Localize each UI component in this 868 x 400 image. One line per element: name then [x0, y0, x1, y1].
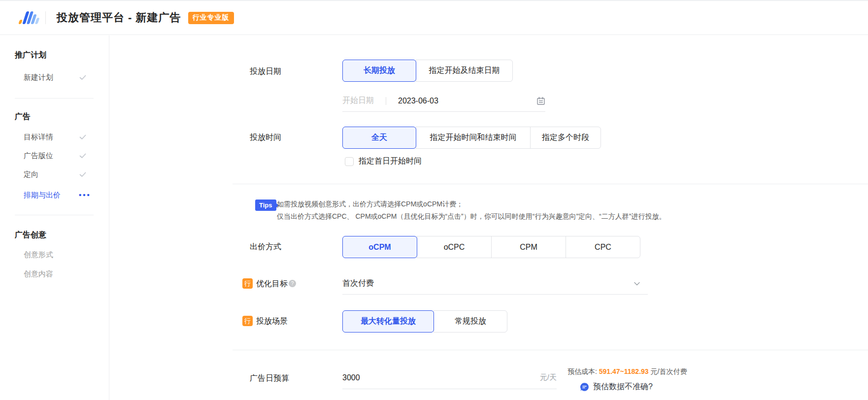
edition-badge: 行业专业版	[188, 12, 234, 24]
option-long-term[interactable]: 长期投放	[342, 60, 416, 82]
check-icon	[79, 73, 87, 85]
sidebar-item-goal-detail[interactable]: 目标详情	[24, 131, 98, 143]
optimization-goal-value: 首次付费	[342, 278, 374, 289]
first-day-checkbox-label: 指定首日开始时间	[359, 156, 422, 167]
sidebar-item-new-campaign[interactable]: 新建计划	[24, 71, 98, 83]
option-cpm[interactable]: CPM	[491, 236, 566, 258]
feedback-link-text: 预估数据不准确?	[593, 382, 653, 392]
tips-line-2: 仅当出价方式选择CPC、 CPM或oCPM（且优化目标为“点击”）时，你可以同时…	[277, 210, 720, 223]
optimization-goal-select[interactable]: 首次付费	[342, 273, 648, 295]
option-cpc[interactable]: CPC	[566, 236, 640, 258]
platform-logo-icon	[18, 9, 40, 26]
option-all-day[interactable]: 全天	[342, 127, 416, 149]
check-icon	[79, 170, 87, 182]
sidebar-section-ad: 广告	[15, 111, 31, 123]
option-ocpc[interactable]: oCPC	[417, 236, 492, 258]
tips-text: 如需投放视频创意形式，出价方式请选择CPM或oCPM计费； 仅当出价方式选择CP…	[277, 198, 720, 223]
daily-budget-value: 3000	[342, 373, 360, 382]
sidebar: 推广计划 新建计划 广告 目标详情 广告版位 定向	[0, 35, 109, 400]
estimate-cost-line: 预估成本: 591.47~1182.93 元/首次付费	[568, 366, 687, 377]
start-date-label: 开始日期	[342, 96, 374, 106]
calendar-icon[interactable]	[536, 97, 545, 105]
industry-tag-icon: 行	[242, 278, 253, 289]
option-fixed-dates[interactable]: 指定开始及结束日期	[416, 60, 513, 82]
delivery-time-options: 全天 指定开始时间和结束时间 指定多个时段	[342, 127, 601, 149]
delivery-scene-label: 投放场景	[256, 315, 288, 327]
sidebar-item-creative-content[interactable]: 创意内容	[24, 268, 98, 280]
estimate-prefix: 预估成本:	[568, 367, 597, 375]
sidebar-item-creative-format[interactable]: 创意形式	[24, 249, 98, 261]
option-multi-period[interactable]: 指定多个时段	[530, 127, 601, 149]
ad-platform-screen: 投放管理平台 - 新建广告 行业专业版 推广计划 新建计划 广告 目标详情 广告…	[0, 0, 868, 400]
check-icon	[79, 151, 87, 163]
daily-budget-label: 广告日预算	[250, 372, 289, 384]
tips-badge: Tips	[255, 200, 276, 211]
delivery-date-label: 投放日期	[250, 66, 281, 77]
option-regular-delivery[interactable]: 常规投放	[434, 310, 507, 333]
option-start-end-time[interactable]: 指定开始时间和结束时间	[416, 127, 531, 149]
delivery-date-options: 长期投放 指定开始及结束日期	[342, 60, 513, 82]
sidebar-divider	[15, 215, 94, 215]
sidebar-divider	[15, 98, 94, 99]
sidebar-item-schedule-bid[interactable]: 排期与出价 •••	[24, 189, 98, 201]
estimate-feedback-link[interactable]: 预估数据不准确?	[580, 382, 653, 392]
delivery-time-label: 投放时间	[250, 132, 281, 143]
option-ocpm[interactable]: oCPM	[342, 236, 417, 258]
sidebar-item-ad-placement[interactable]: 广告版位	[24, 150, 98, 162]
first-day-checkbox[interactable]	[345, 157, 354, 166]
field-divider	[386, 97, 386, 105]
estimate-range: 591.47~1182.93	[599, 367, 649, 375]
bid-type-label: 出价方式	[250, 241, 281, 253]
optimization-goal-label: 优化目标	[256, 278, 288, 290]
check-icon	[79, 133, 87, 144]
bid-type-options: oCPM oCPC CPM CPC	[342, 236, 640, 258]
help-icon[interactable]: ?	[289, 280, 296, 287]
start-date-field[interactable]: 开始日期 2023-06-03	[342, 90, 545, 112]
in-progress-dots-icon: •••	[79, 189, 91, 201]
tips-line-1: 如需投放视频创意形式，出价方式请选择CPM或oCPM计费；	[277, 198, 720, 210]
industry-tag-icon: 行	[242, 316, 253, 326]
daily-budget-field[interactable]: 3000 元/天	[342, 367, 557, 389]
sidebar-section-campaign: 推广计划	[15, 49, 46, 61]
sidebar-item-targeting[interactable]: 定向	[24, 168, 98, 180]
start-date-value: 2023-06-03	[398, 97, 438, 105]
option-max-conversion[interactable]: 最大转化量投放	[342, 310, 434, 333]
page-title: 投放管理平台 - 新建广告	[57, 10, 181, 25]
sidebar-section-creative: 广告创意	[15, 229, 46, 241]
app-header: 投放管理平台 - 新建广告 行业专业版	[0, 1, 868, 35]
daily-budget-unit: 元/天	[540, 373, 557, 382]
section-divider	[233, 184, 868, 184]
section-divider	[233, 350, 868, 350]
schedule-bid-form: 投放日期 长期投放 指定开始及结束日期 开始日期 2023-06-03 投放时间	[109, 35, 868, 400]
first-day-start-row: 指定首日开始时间	[345, 156, 422, 167]
header-divider	[45, 11, 46, 24]
estimate-suffix: 元/首次付费	[651, 367, 687, 375]
feedback-chat-icon	[580, 382, 589, 392]
chevron-down-icon	[633, 280, 641, 288]
delivery-scene-options: 最大转化量投放 常规投放	[342, 310, 507, 333]
